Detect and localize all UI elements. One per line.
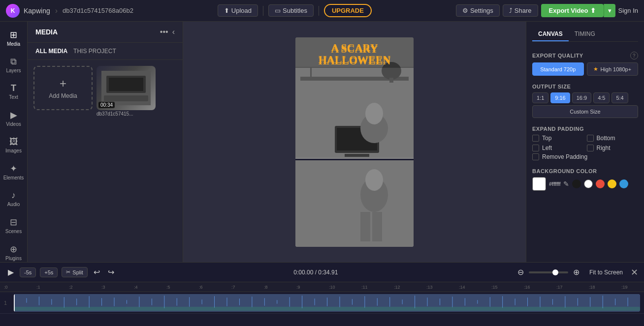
- ruler-mark-10: :10: [329, 285, 361, 290]
- skip-fwd-button[interactable]: +5s: [40, 267, 58, 277]
- zoom-controls: ⊖ ⊕: [515, 267, 581, 278]
- upgrade-button[interactable]: UPGRADE: [324, 4, 372, 17]
- skip-back-button[interactable]: -5s: [20, 267, 36, 277]
- svg-rect-59: [440, 298, 440, 305]
- timeline-controls: ▶ -5s +5s ✂ Split ↩ ↪ 0:00.00 / 0:34.91 …: [0, 263, 644, 282]
- padding-left[interactable]: Left: [532, 145, 584, 151]
- svg-rect-69: [565, 296, 565, 308]
- title-line1: A SCARY: [295, 43, 414, 55]
- size-4-5-button[interactable]: 4:5: [593, 92, 610, 103]
- export-quality-section: EXPORT QUALITY ? Standard 720p ★ High 10…: [532, 52, 638, 78]
- sidebar-item-elements[interactable]: ✦ Elements: [1, 159, 27, 184]
- quality-row: Standard 720p ★ High 1080p+: [532, 62, 638, 76]
- sidebar-item-scenes[interactable]: ⊟ Scenes: [1, 213, 27, 238]
- sidebar-item-text[interactable]: T Text: [1, 79, 27, 104]
- zoom-slider-thumb[interactable]: [552, 269, 558, 275]
- expand-padding-section: EXPAND PADDING Top Bottom Left Right: [532, 126, 638, 162]
- high-quality-button[interactable]: ★ High 1080p+: [587, 62, 639, 76]
- color-preset-red[interactable]: [596, 179, 605, 188]
- sidebar-item-videos[interactable]: ▶ Videos: [1, 106, 27, 131]
- padding-left-checkbox[interactable]: [532, 145, 539, 151]
- sidebar-item-audio[interactable]: ♪ Audio: [1, 186, 27, 211]
- info-icon[interactable]: ?: [630, 52, 638, 59]
- tab-canvas[interactable]: CANVAS: [532, 28, 569, 41]
- svg-rect-62: [477, 300, 478, 304]
- size-9-16-button[interactable]: 9:16: [550, 92, 570, 103]
- play-button[interactable]: ▶: [6, 267, 16, 278]
- canvas-title-text: A SCARY HALLOWEEN: [295, 41, 414, 69]
- svg-rect-36: [152, 298, 152, 305]
- svg-rect-67: [540, 296, 540, 307]
- padding-grid: Top Bottom Left Right: [532, 135, 638, 151]
- add-media-button[interactable]: + Add Media: [33, 66, 93, 110]
- padding-bottom[interactable]: Bottom: [587, 135, 639, 142]
- svg-rect-50: [327, 297, 327, 306]
- media-thumbnail[interactable]: 00:34: [97, 66, 156, 110]
- track-content[interactable]: [14, 294, 640, 312]
- subtitles-button[interactable]: ▭ Subtitles: [268, 4, 314, 17]
- fit-to-screen-button[interactable]: Fit to Screen: [585, 267, 627, 277]
- size-5-4-button[interactable]: 5:4: [612, 92, 628, 103]
- export-button[interactable]: Export Video ⬆: [541, 4, 604, 17]
- split-button[interactable]: ✂ Split: [62, 267, 87, 277]
- upload-button[interactable]: ⬆ Upload: [218, 4, 258, 17]
- sidebar-label-plugins: Plugins: [5, 256, 22, 261]
- timeline-close-button[interactable]: ✕: [631, 267, 638, 278]
- tab-timing[interactable]: TIMING: [569, 28, 601, 41]
- svg-rect-10: [389, 78, 393, 83]
- sidebar-item-images[interactable]: 🖼 Images: [1, 133, 27, 157]
- output-size-label: OUTPUT SIZE: [532, 84, 638, 89]
- tab-all-media[interactable]: ALL MEDIA: [35, 47, 67, 56]
- ruler-mark-2: :2: [69, 285, 101, 290]
- media-duration: 00:34: [98, 102, 115, 108]
- color-preset-black[interactable]: [572, 179, 581, 188]
- panel-more-button[interactable]: •••: [160, 28, 168, 36]
- sidebar-item-layers[interactable]: ⧉ Layers: [1, 53, 27, 77]
- zoom-slider-track[interactable]: [529, 271, 568, 273]
- color-preset-white[interactable]: [584, 179, 593, 188]
- subtitles-label: Subtitles: [283, 7, 307, 14]
- share-button[interactable]: ⤴ Share: [503, 4, 538, 17]
- padding-top[interactable]: Top: [532, 135, 584, 142]
- ruler-marks-row: :0 :1 :2 :3 :4 :5 :6 :7 :8 :9 :10 :11 :1…: [4, 285, 640, 290]
- color-preset-blue[interactable]: [619, 179, 628, 188]
- color-hex-value: #ffffff: [549, 181, 560, 187]
- panel-collapse-button[interactable]: ‹: [172, 28, 175, 36]
- size-16-9-button[interactable]: 16:9: [572, 92, 591, 103]
- svg-rect-52: [352, 299, 353, 305]
- svg-rect-58: [427, 297, 428, 306]
- svg-rect-57: [415, 296, 415, 308]
- remove-padding-row[interactable]: Remove Padding: [532, 153, 638, 160]
- zoom-out-button[interactable]: ⊖: [515, 267, 526, 278]
- color-preset-yellow[interactable]: [608, 179, 616, 188]
- svg-rect-71: [590, 297, 590, 307]
- media-item-0[interactable]: 00:34 db37d1c57415...: [97, 66, 156, 256]
- size-1-1-button[interactable]: 1:1: [532, 92, 548, 103]
- custom-size-button[interactable]: Custom Size: [532, 105, 638, 118]
- panel-header: MEDIA ••• ‹: [28, 22, 183, 43]
- scissors-icon: ✂: [66, 269, 70, 275]
- sidebar-item-plugins[interactable]: ⊕ Plugins: [1, 240, 27, 262]
- padding-top-checkbox[interactable]: [532, 135, 539, 142]
- export-dropdown-button[interactable]: ▾: [604, 4, 615, 17]
- sidebar-label-elements: Elements: [3, 175, 24, 180]
- padding-right-checkbox[interactable]: [587, 145, 594, 151]
- zoom-in-button[interactable]: ⊕: [571, 267, 581, 278]
- topbar-center-actions: ⬆ Upload ▭ Subtitles UPGRADE: [218, 4, 372, 17]
- sidebar-item-media[interactable]: ⊞ Media: [1, 26, 27, 51]
- padding-bottom-checkbox[interactable]: [587, 135, 594, 142]
- undo-button[interactable]: ↩: [92, 267, 102, 278]
- standard-quality-button[interactable]: Standard 720p: [532, 62, 584, 76]
- svg-rect-64: [502, 296, 503, 308]
- settings-button[interactable]: ⚙ Settings: [456, 4, 500, 17]
- remove-padding-checkbox[interactable]: [532, 153, 539, 160]
- color-preview-swatch[interactable]: [532, 177, 546, 191]
- signin-button[interactable]: Sign In: [618, 7, 638, 14]
- redo-button[interactable]: ↪: [106, 267, 116, 278]
- size-options-row: 1:1 9:16 16:9 4:5 5:4: [532, 92, 638, 103]
- tab-this-project[interactable]: THIS PROJECT: [73, 47, 116, 56]
- svg-rect-37: [164, 296, 164, 308]
- videos-icon: ▶: [10, 110, 17, 120]
- edit-color-icon[interactable]: ✎: [563, 180, 569, 188]
- padding-right[interactable]: Right: [587, 145, 639, 151]
